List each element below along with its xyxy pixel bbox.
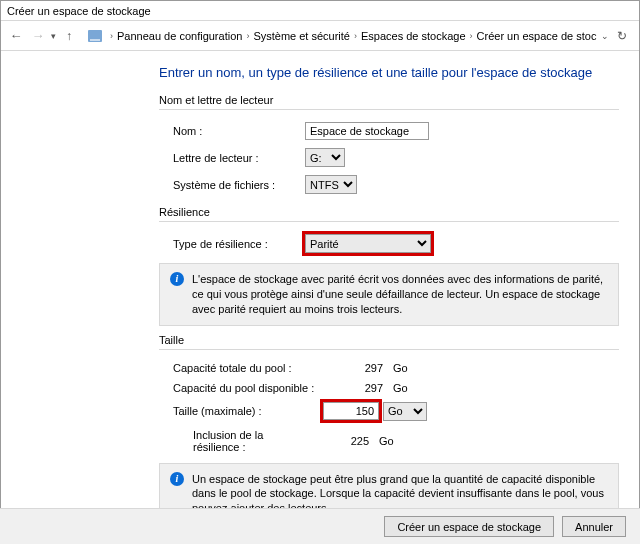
refresh-icon[interactable]: ↻ [617, 29, 627, 43]
history-chevron-icon[interactable]: ▾ [51, 31, 56, 41]
resiliency-inclusion-unit: Go [379, 435, 394, 447]
group-title-size: Taille [159, 334, 619, 346]
divider [159, 221, 619, 222]
breadcrumb-item[interactable]: Créer un espace de stockage [477, 30, 597, 42]
max-size-input[interactable] [323, 402, 379, 420]
address-chevron-icon[interactable]: ⌄ [601, 31, 609, 41]
nav-bar: ← → ▾ ↑ › Panneau de configuration › Sys… [1, 21, 639, 51]
group-title-resilience: Résilience [159, 206, 619, 218]
window-title: Créer un espace de stockage [7, 5, 151, 17]
title-bar: Créer un espace de stockage [1, 1, 639, 21]
size-unit-select[interactable]: Go [383, 402, 427, 421]
resiliency-inclusion-label: Inclusion de la résilience : [193, 429, 305, 453]
page-title: Entrer un nom, un type de résilience et … [159, 65, 619, 80]
filesystem-select[interactable]: NTFS [305, 175, 357, 194]
filesystem-label: Système de fichiers : [173, 179, 305, 191]
chevron-right-icon: › [110, 31, 113, 41]
drive-letter-label: Lettre de lecteur : [173, 152, 305, 164]
chevron-right-icon: › [246, 31, 249, 41]
divider [159, 109, 619, 110]
available-capacity-unit: Go [393, 382, 408, 394]
info-text: L'espace de stockage avec parité écrit v… [192, 272, 608, 317]
info-box-resilience: i L'espace de stockage avec parité écrit… [159, 263, 619, 326]
breadcrumb-item[interactable]: Espaces de stockage [361, 30, 466, 42]
chevron-right-icon: › [470, 31, 473, 41]
forward-icon: → [29, 27, 47, 45]
info-icon: i [170, 272, 184, 286]
max-size-label: Taille (maximale) : [173, 405, 323, 417]
drive-letter-select[interactable]: G: [305, 148, 345, 167]
info-icon: i [170, 472, 184, 486]
available-capacity-value: 297 [333, 382, 383, 394]
footer-bar: Créer un espace de stockage Annuler [0, 508, 640, 544]
chevron-right-icon: › [354, 31, 357, 41]
total-capacity-label: Capacité totale du pool : [173, 362, 333, 374]
total-capacity-unit: Go [393, 362, 408, 374]
main-content: Entrer un nom, un type de résilience et … [1, 51, 639, 525]
cancel-button[interactable]: Annuler [562, 516, 626, 537]
create-storage-space-button[interactable]: Créer un espace de stockage [384, 516, 554, 537]
back-icon[interactable]: ← [7, 27, 25, 45]
breadcrumb-item[interactable]: Système et sécurité [253, 30, 350, 42]
name-input[interactable] [305, 122, 429, 140]
group-title-name: Nom et lettre de lecteur [159, 94, 619, 106]
up-icon[interactable]: ↑ [60, 27, 78, 45]
name-label: Nom : [173, 125, 305, 137]
divider [159, 349, 619, 350]
breadcrumb: Panneau de configuration › Système et sé… [117, 30, 597, 42]
storage-space-icon [88, 30, 102, 42]
total-capacity-value: 297 [333, 362, 383, 374]
resiliency-type-label: Type de résilience : [173, 238, 305, 250]
breadcrumb-item[interactable]: Panneau de configuration [117, 30, 242, 42]
resiliency-inclusion-value: 225 [305, 435, 369, 447]
resiliency-type-select[interactable]: Parité [305, 234, 431, 253]
available-capacity-label: Capacité du pool disponible : [173, 382, 333, 394]
